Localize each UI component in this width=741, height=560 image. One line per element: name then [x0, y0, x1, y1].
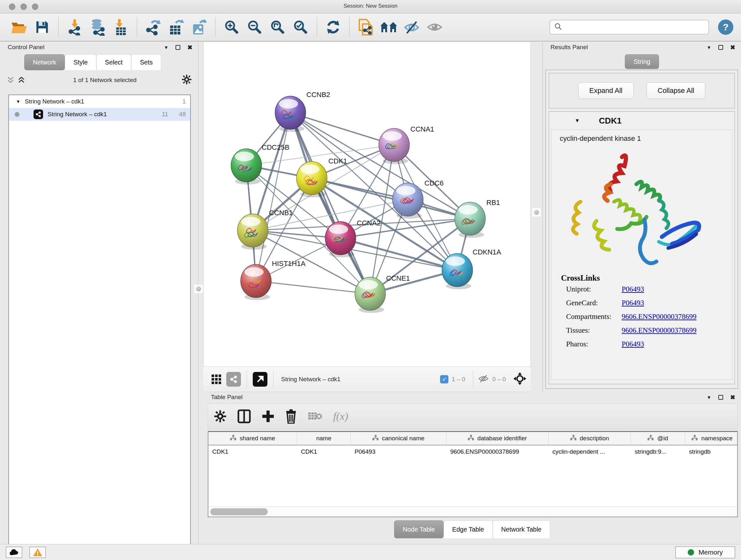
- column-header-id[interactable]: @id: [631, 432, 685, 445]
- import-network-icon[interactable]: [65, 17, 84, 37]
- crosslink-link[interactable]: 9606.ENSP00000378699: [622, 326, 697, 334]
- node-HIST1H1A[interactable]: [241, 264, 271, 300]
- cloud-button[interactable]: [6, 547, 22, 558]
- add-column-icon[interactable]: [262, 409, 274, 423]
- hide-eye-icon[interactable]: [402, 17, 421, 37]
- node-CDC25B[interactable]: [231, 149, 262, 185]
- table-cell[interactable]: CDK1: [208, 448, 297, 455]
- export-table-icon[interactable]: [166, 17, 186, 37]
- maximize-panel-icon[interactable]: [176, 45, 180, 50]
- network-overview-icon[interactable]: [379, 17, 399, 37]
- expand-all-button[interactable]: Expand All: [578, 82, 634, 99]
- tab-sets[interactable]: Sets: [131, 54, 161, 70]
- edge-CCNB2-CCNA1[interactable]: [290, 113, 394, 145]
- tab-edge-table[interactable]: Edge Table: [444, 520, 493, 538]
- network-canvas[interactable]: CCNB2CCNA1CDC25BCDK1CDC6RB1CCNB1CCNA2CDK…: [203, 42, 531, 367]
- tab-node-table[interactable]: Node Table: [394, 520, 444, 538]
- tab-network[interactable]: Network: [24, 54, 65, 70]
- search-input[interactable]: [565, 24, 704, 30]
- import-database-icon[interactable]: [88, 17, 108, 37]
- column-header-canonicalname[interactable]: canonical name: [351, 432, 447, 445]
- expand-all-icon[interactable]: [17, 76, 25, 84]
- table-cell[interactable]: stringdb: [685, 448, 738, 455]
- table-cell[interactable]: CDK1: [297, 448, 351, 455]
- selected-nodes-checkbox[interactable]: ✓: [440, 375, 448, 383]
- edge-HIST1H1A-CCNE1[interactable]: [256, 281, 370, 294]
- tree-expand-caret-icon[interactable]: ▼: [16, 99, 20, 104]
- gene-collapse-caret-icon[interactable]: ▼: [575, 118, 580, 124]
- crosslink-link[interactable]: 9606.ENSP00000378699: [622, 313, 697, 321]
- string-badge-icon[interactable]: [226, 372, 241, 387]
- float-panel-icon[interactable]: ▼: [164, 45, 169, 50]
- tab-select[interactable]: Select: [96, 54, 131, 70]
- table-gear-icon[interactable]: [214, 410, 226, 423]
- table-row[interactable]: CDK1CDK1P064939606.ENSP00000378699cyclin…: [208, 445, 737, 458]
- node-CDKN1A[interactable]: [442, 253, 473, 289]
- memory-button[interactable]: Memory: [675, 546, 735, 558]
- refresh-icon[interactable]: [323, 17, 343, 37]
- tab-style[interactable]: Style: [65, 54, 96, 70]
- delete-table-icon[interactable]: [308, 411, 322, 422]
- show-eye-icon[interactable]: [425, 17, 445, 37]
- table-cell[interactable]: stringdb:9...: [631, 448, 685, 455]
- maximize-results-icon[interactable]: [718, 45, 723, 50]
- delete-icon[interactable]: [285, 409, 297, 424]
- float-results-icon[interactable]: ▼: [706, 45, 711, 50]
- network-options-gear-icon[interactable]: [182, 74, 192, 86]
- birdseye-grid-icon[interactable]: [209, 372, 224, 387]
- hscroll-thumb[interactable]: [210, 508, 268, 515]
- column-header-namespace[interactable]: namespace: [685, 432, 738, 445]
- column-header-databaseidentifier[interactable]: database identifier: [447, 432, 549, 445]
- gene-section-header[interactable]: ▼ CDK1: [549, 112, 734, 130]
- edge-CCNB2-HIST1H1A[interactable]: [256, 113, 290, 281]
- export-network-icon[interactable]: [143, 17, 163, 37]
- network-collection-row[interactable]: ▼ String Network – cdk1 1: [9, 95, 190, 108]
- fit-content-crosshair-icon[interactable]: [514, 372, 526, 386]
- tab-network-table[interactable]: Network Table: [493, 520, 550, 538]
- maximize-table-icon[interactable]: [718, 395, 723, 400]
- table-cell[interactable]: cyclin-dependent ...: [549, 448, 631, 455]
- tab-string[interactable]: String: [625, 54, 659, 69]
- zoom-fit-icon[interactable]: [268, 17, 287, 37]
- network-graph[interactable]: CCNB2CCNA1CDC25BCDK1CDC6RB1CCNB1CCNA2CDK…: [204, 42, 531, 367]
- copy-document-icon[interactable]: [356, 17, 376, 37]
- export-image-icon[interactable]: [189, 17, 209, 37]
- zoom-out-icon[interactable]: [245, 17, 265, 37]
- table-cell[interactable]: P06493: [351, 448, 447, 455]
- crosslink-label: Tissues:: [561, 326, 622, 334]
- crosslink-link[interactable]: P06493: [622, 285, 644, 294]
- node-CCNE1[interactable]: [355, 277, 386, 313]
- column-header-name[interactable]: name: [297, 432, 351, 445]
- hidden-eye-slash-icon[interactable]: [478, 374, 489, 385]
- collapse-all-icon[interactable]: [6, 76, 15, 84]
- columns-icon[interactable]: [238, 409, 251, 423]
- crosslink-link[interactable]: P06493: [622, 340, 644, 348]
- right-splitter-handle[interactable]: [532, 208, 541, 216]
- open-in-window-icon[interactable]: [253, 372, 267, 387]
- zoom-selected-icon[interactable]: [291, 17, 311, 37]
- left-splitter-handle[interactable]: [194, 285, 203, 293]
- edge-CDK1-RB1[interactable]: [312, 178, 470, 219]
- open-folder-icon[interactable]: [9, 17, 29, 37]
- close-table-icon[interactable]: ✖: [730, 394, 735, 401]
- warning-button[interactable]: [29, 547, 46, 558]
- function-builder-icon[interactable]: f(x): [333, 410, 348, 422]
- close-panel-icon[interactable]: ✖: [187, 44, 192, 51]
- zoom-in-icon[interactable]: [222, 17, 242, 37]
- help-button[interactable]: ?: [718, 19, 733, 35]
- save-icon[interactable]: [32, 17, 52, 37]
- node-RB1[interactable]: [455, 202, 485, 238]
- float-table-icon[interactable]: ▼: [706, 395, 711, 400]
- network-row[interactable]: String Network – cdk1 11 48: [9, 108, 190, 121]
- collapse-all-button[interactable]: Collapse All: [647, 82, 705, 99]
- crosslink-link[interactable]: P06493: [622, 299, 644, 307]
- table-cell[interactable]: 9606.ENSP00000378699: [447, 448, 549, 455]
- column-header-description[interactable]: description: [549, 432, 631, 445]
- close-results-icon[interactable]: ✖: [730, 44, 735, 51]
- node-CCNA1[interactable]: [379, 128, 409, 164]
- table-hscrollbar[interactable]: [208, 506, 737, 516]
- column-header-sharedname[interactable]: shared name: [208, 432, 297, 445]
- search-box[interactable]: [549, 20, 709, 35]
- import-table-icon[interactable]: [111, 17, 131, 37]
- node-table[interactable]: shared namenamecanonical namedatabase id…: [208, 431, 738, 517]
